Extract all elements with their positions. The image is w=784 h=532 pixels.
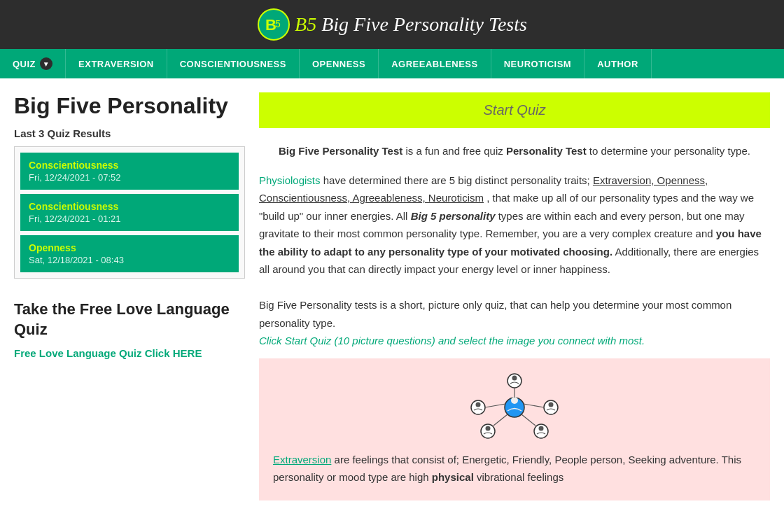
nav-item-author[interactable]: AUTHOR [584, 49, 652, 78]
quiz-result-item[interactable]: Conscientiousness Fri, 12/24/2021 - 01:2… [20, 194, 239, 231]
main-nav: QUIZ ▼ EXTRAVERSION CONSCIENTIOUSNESS OP… [0, 49, 784, 78]
svg-point-10 [549, 402, 554, 407]
click-start-text: Click Start Quiz (10 picture questions) … [259, 332, 770, 350]
love-quiz-section: Take the Free Love Language Quiz Free Lo… [14, 300, 245, 358]
love-quiz-title: Take the Free Love Language Quiz [14, 300, 245, 340]
intro-paragraph: Big Five Personality Test is a fun and f… [259, 142, 770, 160]
social-network-icon [458, 372, 570, 442]
start-quiz-button[interactable]: Start Quiz [259, 92, 770, 128]
page-title: Big Five Personality [14, 92, 245, 119]
logo-text: B5 Big Five Personality Tests [295, 13, 527, 36]
logo-title: Big Five Personality Tests [321, 13, 527, 35]
sidebar: Big Five Personality Last 3 Quiz Results… [14, 92, 245, 500]
nav-item-extraversion[interactable]: EXTRAVERSION [66, 49, 167, 78]
short-description: Big Five Personality tests is a short, p… [259, 296, 770, 332]
intro-bold2: Personality Test [506, 145, 587, 157]
desc-text1: have determined there are 5 big distinct… [323, 174, 593, 186]
quiz-results-label: Last 3 Quiz Results [14, 127, 245, 139]
big5-italic: Big 5 personality [411, 210, 496, 222]
svg-point-12 [486, 426, 491, 430]
quiz-result-date: Sat, 12/18/2021 - 08:43 [29, 255, 230, 265]
quiz-result-date: Fri, 12/24/2021 - 07:52 [29, 172, 230, 183]
quiz-dropdown-icon: ▼ [40, 57, 52, 70]
quiz-label: QUIZ [13, 59, 36, 69]
description-block: Physiologists have determined there are … [259, 172, 770, 350]
extraversion-link[interactable]: Extraversion [273, 454, 331, 465]
quiz-result-item[interactable]: Openness Sat, 12/18/2021 - 08:43 [20, 235, 239, 272]
intro-bold1: Big Five Personality Test [279, 145, 402, 157]
svg-line-18 [493, 414, 507, 426]
intro-text1: is a fun and free quiz [405, 145, 505, 157]
nav-item-conscientiousness[interactable]: CONSCIENTIOUSNESS [167, 49, 300, 78]
personality-image-section: Extraversion are feelings that consist o… [259, 358, 770, 500]
svg-point-6 [512, 375, 517, 380]
description-para1: Physiologists have determined there are … [259, 172, 770, 279]
quiz-result-type: Conscientiousness [29, 160, 230, 171]
quiz-result-type: Openness [29, 242, 230, 253]
svg-line-16 [485, 404, 505, 407]
quiz-results-container: Conscientiousness Fri, 12/24/2021 - 07:5… [14, 146, 245, 279]
intro-text2: to determine your personality type. [589, 145, 750, 157]
svg-point-4 [511, 397, 518, 404]
svg-line-19 [522, 414, 536, 426]
logo-icon: B 5 [257, 8, 290, 41]
svg-line-17 [524, 404, 544, 407]
logo-b5: B5 [295, 13, 316, 35]
quiz-result-date: Fri, 12/24/2021 - 01:21 [29, 214, 230, 224]
extraversion-section: Extraversion are feelings that consist o… [273, 451, 756, 486]
nav-item-quiz[interactable]: QUIZ ▼ [0, 49, 66, 78]
extraversion-text2: vibrational feelings [477, 471, 564, 483]
nav-item-openness[interactable]: OPENNESS [300, 49, 379, 78]
extraversion-physical: physical [432, 471, 474, 483]
quiz-result-type: Conscientiousness [29, 201, 230, 212]
nav-item-neuroticism[interactable]: NEUROTICISM [491, 49, 585, 78]
content-area: Start Quiz Big Five Personality Test is … [259, 92, 770, 500]
quiz-result-item[interactable]: Conscientiousness Fri, 12/24/2021 - 07:5… [20, 153, 239, 190]
svg-point-14 [539, 426, 544, 430]
site-logo[interactable]: B 5 B5 Big Five Personality Tests [257, 8, 527, 41]
svg-point-8 [476, 402, 481, 407]
site-header: B 5 B5 Big Five Personality Tests [0, 0, 784, 49]
physiologists-link[interactable]: Physiologists [259, 174, 321, 186]
nav-item-agreeableness[interactable]: AGREEABLENESS [379, 49, 491, 78]
love-quiz-link[interactable]: Free Love Language Quiz Click HERE [14, 347, 202, 359]
main-content: Big Five Personality Last 3 Quiz Results… [0, 78, 784, 500]
svg-text:5: 5 [275, 18, 281, 29]
